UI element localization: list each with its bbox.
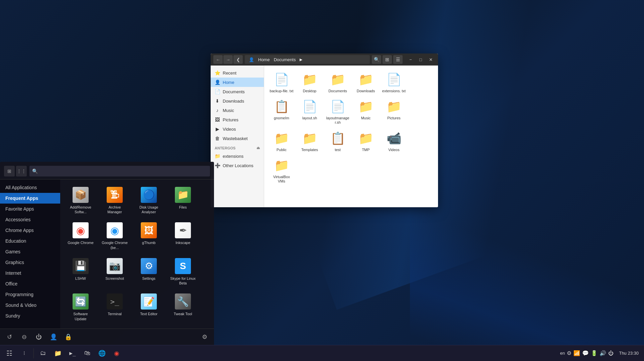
search-input-wrap[interactable]: 🔍	[29, 166, 210, 176]
app-icon-lshw[interactable]: 💾LSHW	[66, 256, 96, 288]
fm-file-downloads[interactable]: 📁Downloads	[352, 70, 379, 95]
fm-breadcrumb-home[interactable]: Home	[257, 56, 271, 63]
bottom-icon-lock[interactable]: 🔒	[63, 332, 74, 342]
fm-breadcrumb-documents[interactable]: Documents	[273, 56, 297, 63]
taskbar-volume-icon[interactable]: 🔊	[600, 350, 606, 356]
sidebar-item-sundry[interactable]: Sundry	[0, 311, 60, 321]
fm-sidebar-wastebasket[interactable]: 🗑Wastebasket	[211, 134, 264, 143]
fm-sidebar-music[interactable]: ♪Music	[211, 106, 264, 115]
app-icon-inkscape[interactable]: ✒Inkscape	[168, 220, 198, 252]
taskbar-start-button[interactable]: ☷	[3, 347, 16, 360]
sidebar-item-games[interactable]: Games	[0, 246, 60, 257]
app-icon-settings[interactable]: ⚙Settings	[134, 256, 164, 288]
fm-sidebar-other-locations[interactable]: ➕Other Locations	[211, 161, 264, 170]
taskbar-browser-button[interactable]: 🌐	[95, 347, 109, 360]
sidebar-item-sound-video[interactable]: Sound & Video	[0, 300, 60, 311]
taskbar-files-button[interactable]: 🗂	[36, 347, 50, 360]
sidebar-item-chrome-apps[interactable]: Chrome Apps	[0, 225, 60, 236]
app-icon-img-settings: ⚙	[141, 258, 157, 274]
fm-file-tmp[interactable]: 📁TMP	[352, 128, 379, 154]
fm-search-button[interactable]: 🔍	[372, 55, 381, 64]
fm-maximize-button[interactable]: □	[416, 55, 425, 64]
sidebar-item-frequent[interactable]: Frequent Apps	[0, 193, 60, 204]
search-mode-apps[interactable]: ⊞	[4, 166, 15, 176]
fm-file-icon-backup-file: 📄	[274, 72, 290, 88]
fm-sidebar-recent[interactable]: ⭐Recent	[211, 68, 264, 78]
fm-file-test[interactable]: 📋test	[324, 128, 351, 154]
bottom-icon-user[interactable]: 👤	[48, 332, 59, 342]
sidebar-item-accessories[interactable]: Accessories	[0, 214, 60, 225]
fm-file-virtualbox-vms[interactable]: 📁VirtualBox VMs	[268, 155, 295, 186]
app-icon-disk[interactable]: 🔵Disk Usage Analyser	[134, 185, 164, 217]
app-icon-software-update[interactable]: 🔄Software Update	[66, 291, 96, 323]
fm-sidebar-pictures[interactable]: 🖼Pictures	[211, 115, 264, 124]
taskbar-settings-icon[interactable]: ⚙	[567, 350, 571, 356]
sidebar-item-education[interactable]: Education	[0, 236, 60, 246]
taskbar-wifi-icon[interactable]: 📶	[573, 350, 580, 356]
fm-file-public[interactable]: 📁Public	[268, 128, 295, 154]
fm-back-button[interactable]: ←	[213, 55, 223, 64]
app-icon-label-text-editor: Text Editor	[140, 312, 157, 316]
fm-file-layoutmanager-sh[interactable]: 📄layoutmanager.sh	[324, 97, 351, 127]
fm-file-videos[interactable]: 📹Videos	[381, 128, 407, 154]
taskbar-chrome-button[interactable]: ◉	[110, 347, 123, 360]
app-icon-google-chrome[interactable]: ◉Google Chrome	[66, 220, 96, 252]
fm-file-templates[interactable]: 📁Templates	[296, 128, 323, 154]
taskbar-terminal-button[interactable]: ▶_	[66, 347, 79, 360]
bottom-icon-power[interactable]: ⏻	[33, 332, 44, 342]
fm-view-list-button[interactable]: ☰	[393, 55, 403, 64]
search-input[interactable]	[40, 168, 207, 174]
app-icon-screenshot[interactable]: 📷Screenshot	[100, 256, 130, 288]
search-icon: 🔍	[32, 168, 38, 174]
taskbar-filemgr2-button[interactable]: 📁	[51, 347, 65, 360]
sidebar-item-programming[interactable]: Programming	[0, 289, 60, 300]
app-icon-skype[interactable]: SSkype for Linux Beta	[168, 256, 198, 288]
fm-file-documents[interactable]: 📁Documents	[324, 70, 351, 95]
taskbar-chat-icon[interactable]: 💬	[582, 350, 589, 356]
bottom-icon-undo[interactable]: ↺	[4, 332, 15, 342]
fm-expand-button[interactable]: ❮	[233, 55, 243, 64]
app-icon-tweak-tool[interactable]: 🔧Tweak Tool	[168, 291, 198, 323]
app-icon-terminal[interactable]: >_Terminal	[100, 291, 130, 323]
fm-file-icon-layout-sh: 📄	[302, 99, 318, 115]
app-icon-text-editor[interactable]: 📝Text Editor	[134, 291, 164, 323]
fm-file-layout-sh[interactable]: 📄layout.sh	[296, 97, 323, 127]
settings-icon-bottom[interactable]: ⚙	[199, 332, 210, 342]
fm-sidebar-downloads[interactable]: ⬇Downloads	[211, 96, 264, 106]
fm-file-backup-file[interactable]: 📄backup-file. txt	[268, 70, 295, 95]
fm-eject-icon[interactable]: ⏏	[256, 146, 260, 150]
app-icon-img-lshw: 💾	[73, 258, 89, 274]
search-modes: ⊞ ⋮⋮	[4, 166, 27, 176]
fm-sidebar-home[interactable]: 👤Home	[211, 78, 264, 87]
app-icon-add-remove[interactable]: 📦Add/Remove Softw...	[66, 185, 96, 217]
fm-sidebar-documents[interactable]: 📄Documents	[211, 87, 264, 96]
fm-file-gnomelm[interactable]: 📋gnomeIm	[268, 97, 295, 127]
taskbar-separator-1	[33, 348, 34, 358]
fm-file-extensions-txt[interactable]: 📄extensions. txt	[381, 70, 407, 95]
taskbar-power-icon[interactable]: ⏻	[608, 350, 614, 356]
bottom-icons: ↺⊖⏻👤🔒	[4, 332, 74, 342]
fm-close-button[interactable]: ✕	[426, 55, 435, 64]
sidebar-item-graphics[interactable]: Graphics	[0, 257, 60, 268]
sidebar-item-favorite[interactable]: Favorite Apps	[0, 204, 60, 214]
fm-forward-button[interactable]: →	[223, 55, 233, 64]
fm-file-pictures[interactable]: 📁Pictures	[381, 97, 407, 127]
fm-minimize-button[interactable]: −	[406, 55, 415, 64]
app-icon-files[interactable]: 📁Files	[168, 185, 198, 217]
fm-file-desktop[interactable]: 📁Desktop	[296, 70, 323, 95]
search-mode-grid[interactable]: ⋮⋮	[16, 166, 27, 176]
taskbar-grid-button[interactable]: ⁝	[17, 347, 31, 360]
app-icon-gthumb[interactable]: 🖼gThumb	[134, 220, 164, 252]
sidebar-item-all[interactable]: All Applications	[0, 182, 60, 193]
app-icon-archive[interactable]: 🗜Archive Manager	[100, 185, 130, 217]
bottom-icon-minus[interactable]: ⊖	[19, 332, 29, 342]
fm-sidebar-net-extensions[interactable]: 📁extensions	[211, 151, 264, 161]
fm-view-grid-button[interactable]: ⊞	[383, 55, 392, 64]
fm-sidebar-videos[interactable]: ▶Videos	[211, 124, 264, 134]
taskbar-store-button[interactable]: 🛍	[81, 347, 94, 360]
app-icon-gchrome-be[interactable]: ◉Google Chrome (be...	[100, 220, 130, 252]
sidebar-item-internet[interactable]: Internet	[0, 268, 60, 278]
fm-file-music[interactable]: 📁Music	[352, 97, 379, 127]
sidebar-item-office[interactable]: Office	[0, 278, 60, 289]
fm-breadcrumb-expand[interactable]: ▶	[298, 57, 304, 63]
